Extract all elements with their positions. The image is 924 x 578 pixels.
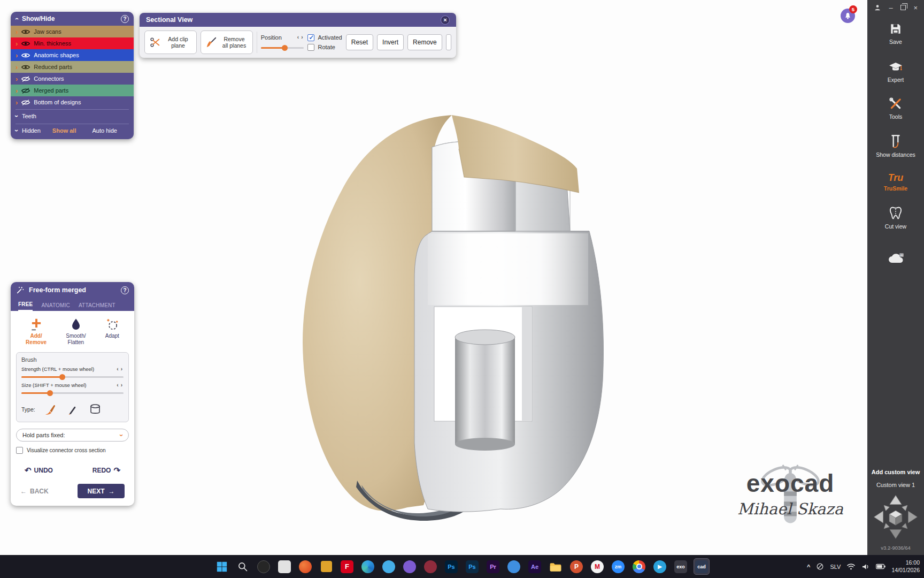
taskbar-app-teams[interactable] (506, 558, 522, 575)
expand-chevron-icon[interactable]: › (13, 115, 20, 117)
expand-chevron-icon[interactable]: › (16, 64, 18, 71)
teeth-group-row[interactable]: › Teeth (11, 110, 134, 123)
restore-window-button[interactable] (900, 5, 906, 10)
tab-free[interactable]: FREE (18, 301, 33, 311)
taskbar-app-viber[interactable] (402, 558, 418, 575)
taskbar-app-exo[interactable]: exo (673, 558, 689, 575)
expand-chevron-icon[interactable]: › (16, 99, 18, 106)
size-slider[interactable] (21, 390, 124, 396)
taskbar-app-explorer[interactable] (548, 558, 564, 575)
visualize-cross-section-checkbox[interactable] (16, 447, 23, 454)
position-decrease-arrow[interactable]: ‹ (296, 34, 300, 40)
layer-row-anatomic-shapes[interactable]: › Anatomic shapes (11, 49, 134, 61)
brush-type-cylinder-button[interactable] (88, 402, 103, 416)
notification-bell-button[interactable]: 5 (841, 9, 855, 23)
position-slider-thumb[interactable] (282, 45, 288, 51)
user-account-icon[interactable] (874, 4, 881, 11)
battery-icon[interactable] (876, 564, 886, 569)
visibility-eye-icon[interactable] (21, 41, 30, 47)
auto-hide-button[interactable]: Auto hide (92, 127, 117, 134)
search-button[interactable] (235, 558, 251, 575)
toolbar-handle-button[interactable] (446, 34, 451, 50)
redo-button[interactable]: REDO ↷ (93, 466, 120, 475)
remove-button[interactable]: Remove (407, 34, 442, 50)
expand-chevron-icon[interactable]: › (16, 28, 18, 35)
language-indicator[interactable]: SLV (830, 564, 841, 570)
taskbar-app-photos[interactable] (276, 558, 292, 575)
expand-chevron-icon[interactable]: › (16, 52, 18, 59)
next-button[interactable]: NEXT → (78, 484, 125, 498)
remove-all-planes-button[interactable]: Remove all planes (201, 31, 253, 54)
taskbar-app-photoshop-2[interactable]: Ps (464, 558, 480, 575)
collapse-chevron-icon[interactable]: › (13, 18, 20, 20)
layer-row-min-thickness[interactable]: › Min. thickness (11, 37, 134, 49)
visibility-eye-icon[interactable] (21, 64, 30, 70)
activated-checkbox[interactable] (307, 34, 314, 41)
cloud-ai-button[interactable]: AI (888, 252, 904, 264)
brush-type-paintbrush-button[interactable] (43, 402, 58, 416)
invert-button[interactable]: Invert (377, 34, 404, 50)
hidden-group-label[interactable]: Hidden (22, 127, 41, 134)
tab-anatomic[interactable]: ANATOMIC (41, 302, 70, 311)
layer-row-bottom-of-designs[interactable]: › Bottom of designs (11, 96, 134, 108)
3d-viewport[interactable]: exocad Mihael Skaza 5 › Show/Hide ? › Ja… (0, 0, 867, 555)
visibility-eye-off-icon[interactable] (21, 76, 30, 82)
speaker-icon[interactable] (861, 563, 870, 571)
expert-button[interactable]: Expert (888, 60, 904, 83)
position-slider[interactable] (261, 45, 304, 51)
trusmile-button[interactable]: Tru TruSmile (884, 173, 907, 192)
taskbar-app-f[interactable]: F (339, 558, 355, 575)
expand-chevron-icon[interactable]: › (16, 87, 18, 94)
layer-row-connectors[interactable]: › Connectors (11, 73, 134, 85)
strength-slider-thumb[interactable] (59, 374, 65, 380)
add-custom-view-button[interactable]: Add custom view (872, 469, 920, 475)
minimize-window-button[interactable]: – (889, 4, 892, 11)
brush-type-pen-button[interactable] (65, 402, 80, 416)
size-increase-arrow[interactable]: › (120, 382, 124, 388)
custom-view-1-button[interactable]: Custom view 1 (876, 482, 915, 488)
add-clip-plane-button[interactable]: Add clip plane (144, 31, 197, 54)
taskbar-app-powerpoint[interactable]: P (568, 558, 584, 575)
expand-chevron-icon[interactable]: › (13, 130, 20, 132)
taskbar-app-orange[interactable] (297, 558, 313, 575)
close-window-button[interactable]: × (913, 4, 918, 11)
do-not-disturb-icon[interactable] (816, 562, 824, 571)
back-button[interactable]: ← BACK (20, 488, 49, 495)
visibility-eye-icon[interactable] (21, 52, 30, 58)
help-button[interactable]: ? (121, 286, 129, 294)
taskbar-app-exocad-active[interactable]: cad (694, 558, 710, 575)
taskbar-app-messaging[interactable] (381, 558, 397, 575)
expand-chevron-icon[interactable]: › (16, 40, 18, 47)
size-slider-thumb[interactable] (47, 390, 53, 396)
visibility-eye-icon[interactable] (21, 29, 30, 35)
wifi-icon[interactable] (846, 563, 856, 571)
reset-button[interactable]: Reset (346, 34, 373, 50)
layer-row-jaw-scans[interactable]: › Jaw scans (11, 26, 134, 37)
strength-slider[interactable] (21, 374, 124, 380)
help-button[interactable]: ? (121, 15, 129, 23)
visibility-eye-off-icon[interactable] (21, 100, 30, 105)
taskbar-app-edge[interactable] (360, 558, 376, 575)
taskbar-app-aftereffects[interactable]: Ae (527, 558, 543, 575)
tools-button[interactable]: Tools (889, 97, 903, 120)
save-button[interactable]: Save (889, 22, 903, 45)
cut-view-button[interactable]: Cut view (885, 206, 906, 230)
taskbar-app-maroon[interactable] (422, 558, 438, 575)
taskbar-app-premiere[interactable]: Pr (485, 558, 501, 575)
hold-parts-fixed-dropdown[interactable]: Hold parts fixed: › (16, 429, 129, 442)
navigation-gizmo[interactable] (873, 495, 918, 539)
start-button[interactable] (214, 558, 230, 575)
tray-expand-chevron[interactable]: ^ (807, 564, 810, 570)
taskbar-app-amber[interactable] (318, 558, 334, 575)
taskbar-app-media[interactable] (256, 558, 272, 575)
undo-button[interactable]: ↶ UNDO (25, 466, 53, 475)
show-distances-button[interactable]: Show distances (876, 134, 915, 158)
taskbar-app-mail[interactable]: M (589, 558, 605, 575)
tool-smooth-flatten[interactable]: Smooth/ Flatten (66, 317, 86, 346)
strength-decrease-arrow[interactable]: ‹ (116, 366, 119, 372)
show-all-button[interactable]: Show all (52, 127, 76, 134)
taskbar-app-chrome[interactable] (631, 558, 647, 575)
rotate-checkbox[interactable] (307, 44, 314, 51)
close-dialog-button[interactable]: × (441, 16, 450, 25)
taskbar-app-zoom[interactable]: zm (610, 558, 626, 575)
